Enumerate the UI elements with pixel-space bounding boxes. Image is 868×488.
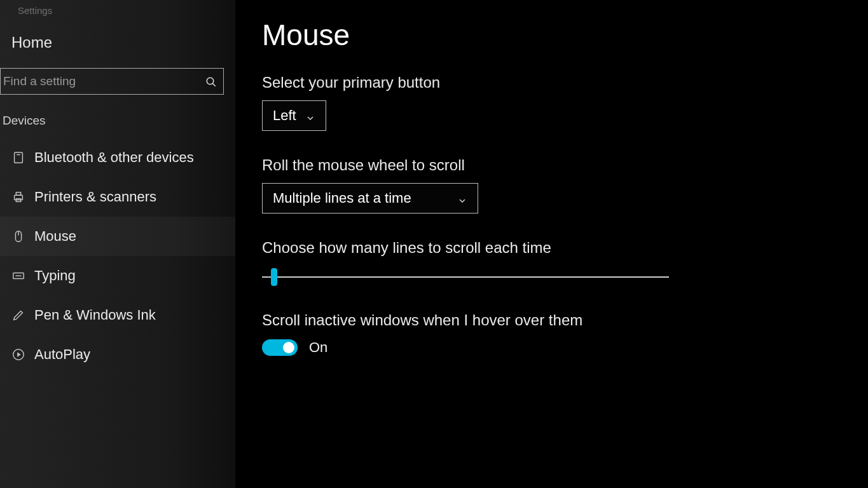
sidebar-item-label: Printers & scanners (34, 189, 156, 205)
home-label: Home (11, 34, 52, 51)
mouse-icon (11, 229, 25, 243)
toggle-row: On (262, 339, 843, 356)
bluetooth-icon (11, 151, 25, 165)
setting-inactive-scroll: Scroll inactive windows when I hover ove… (262, 311, 843, 356)
toggle-state-label: On (309, 339, 327, 356)
settings-window: Settings Home Devices Bluetooth & other … (0, 0, 868, 488)
svg-rect-2 (15, 152, 23, 163)
autoplay-icon (11, 348, 25, 362)
setting-label: Roll the mouse wheel to scroll (262, 156, 843, 174)
svg-marker-12 (17, 352, 21, 356)
sidebar-item-label: Mouse (34, 228, 76, 245)
search-box[interactable] (0, 68, 224, 95)
sidebar-item-label: Typing (34, 268, 76, 284)
search-icon (205, 76, 217, 87)
lines-slider[interactable] (262, 268, 669, 286)
setting-label: Choose how many lines to scroll each tim… (262, 239, 843, 257)
setting-primary-button: Select your primary button Left (262, 74, 843, 131)
sidebar-item-label: Bluetooth & other devices (34, 149, 194, 166)
sidebar-item-label: Pen & Windows Ink (34, 307, 156, 323)
sidebar: Settings Home Devices Bluetooth & other … (0, 0, 235, 488)
setting-label: Scroll inactive windows when I hover ove… (262, 311, 843, 329)
slider-track (262, 276, 669, 278)
printer-icon (11, 190, 25, 204)
sidebar-item-bluetooth[interactable]: Bluetooth & other devices (0, 138, 235, 177)
slider-thumb[interactable] (271, 268, 277, 286)
select-value: Left (273, 107, 296, 124)
setting-wheel-scroll: Roll the mouse wheel to scroll Multiple … (262, 156, 843, 214)
keyboard-icon (11, 269, 25, 283)
sidebar-item-autoplay[interactable]: AutoPlay (0, 335, 235, 374)
main-panel: Mouse Select your primary button Left Ro… (235, 0, 868, 488)
setting-lines-slider: Choose how many lines to scroll each tim… (262, 239, 843, 286)
category-header: Devices (0, 107, 235, 134)
svg-line-1 (212, 83, 216, 86)
sidebar-item-pen[interactable]: Pen & Windows Ink (0, 295, 235, 335)
pen-icon (11, 308, 25, 322)
svg-rect-4 (15, 195, 23, 200)
sidebar-item-typing[interactable]: Typing (0, 256, 235, 295)
sidebar-item-mouse[interactable]: Mouse (0, 217, 235, 256)
primary-button-select[interactable]: Left (262, 100, 326, 131)
sidebar-item-printers[interactable]: Printers & scanners (0, 177, 235, 217)
page-title: Mouse (262, 18, 843, 52)
svg-rect-5 (16, 193, 20, 196)
chevron-down-icon (457, 193, 467, 203)
setting-label: Select your primary button (262, 74, 843, 92)
chevron-down-icon (305, 111, 315, 121)
search-input[interactable] (1, 74, 205, 88)
home-link[interactable]: Home (0, 22, 235, 63)
sidebar-item-label: AutoPlay (34, 346, 90, 363)
inactive-scroll-toggle[interactable] (262, 339, 298, 356)
toggle-knob (283, 342, 294, 353)
wheel-scroll-select[interactable]: Multiple lines at a time (262, 183, 478, 214)
svg-point-0 (207, 78, 214, 85)
app-title: Settings (0, 5, 235, 22)
select-value: Multiple lines at a time (273, 190, 411, 207)
sidebar-nav: Bluetooth & other devices Printers & sca… (0, 138, 235, 374)
